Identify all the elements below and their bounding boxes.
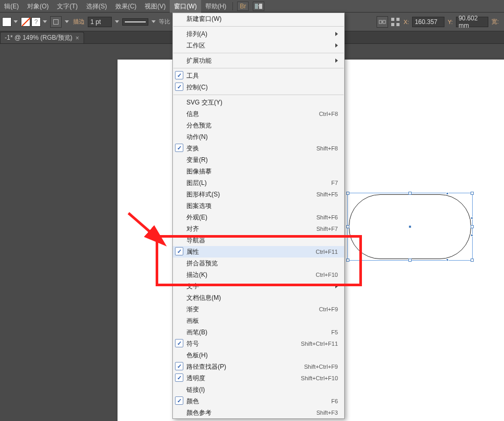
none-swatch[interactable] xyxy=(21,17,30,27)
menu-item-shortcut: F5 xyxy=(331,329,338,335)
chevron-down-icon xyxy=(14,20,18,23)
menu-item[interactable]: 动作(N) xyxy=(173,131,344,143)
menu-item-label: 颜色 xyxy=(186,397,331,406)
menu-edit[interactable]: 辑(E) xyxy=(0,0,23,13)
y-label: Y: xyxy=(447,19,454,25)
menu-item[interactable]: 新建窗口(W) xyxy=(173,13,344,25)
menu-item[interactable]: 颜色参考Shift+F3 xyxy=(173,407,344,418)
selection-handle[interactable] xyxy=(471,192,474,195)
menu-item[interactable]: ✓属性Ctrl+F11 xyxy=(173,246,344,258)
menu-item[interactable]: 图形样式(S)Shift+F5 xyxy=(173,189,344,200)
stroke-width-field[interactable]: 1 pt xyxy=(88,17,112,27)
x-label: X: xyxy=(403,19,410,25)
secondary-dropdown[interactable] xyxy=(42,17,48,27)
menu-item[interactable]: ✓颜色F6 xyxy=(173,395,344,407)
stroke-width-dropdown[interactable] xyxy=(114,17,120,27)
menu-item[interactable]: 扩展功能 xyxy=(173,55,344,66)
menu-item[interactable]: ✓变换Shift+F8 xyxy=(173,143,344,154)
fill-dropdown[interactable] xyxy=(13,17,19,27)
fill-swatch[interactable] xyxy=(2,17,11,27)
menu-item[interactable]: 描边(K)Ctrl+F10 xyxy=(173,269,344,280)
menu-item[interactable]: 文字 xyxy=(173,280,344,292)
menu-item[interactable]: 链接(I) xyxy=(173,384,344,395)
bridge-label: Br xyxy=(240,3,246,10)
menu-item-label: 文档信息(M) xyxy=(186,294,338,302)
menu-item[interactable]: ✓工具 xyxy=(173,70,344,81)
menu-select[interactable]: 选择(S) xyxy=(82,0,111,13)
menu-item[interactable]: 排列(A) xyxy=(173,28,344,40)
center-point xyxy=(409,226,411,228)
bridge-button[interactable]: Br xyxy=(237,2,249,11)
x-value: 160.357 xyxy=(415,18,437,26)
anchor-point[interactable] xyxy=(446,192,449,195)
selection-handle[interactable] xyxy=(346,259,349,262)
menu-item-label: 颜色参考 xyxy=(186,408,317,417)
document-tab[interactable]: -1* @ 149% (RGB/预览) × xyxy=(0,32,84,43)
menu-window[interactable]: 窗口(W) xyxy=(170,0,201,13)
check-icon: ✓ xyxy=(175,396,183,405)
selection-handle[interactable] xyxy=(408,259,412,262)
stroke-style-dropdown[interactable] xyxy=(150,17,157,27)
menu-item[interactable]: 色板(H) xyxy=(173,349,344,361)
menu-view[interactable]: 视图(V) xyxy=(140,0,170,13)
menu-item[interactable]: ✓控制(C) xyxy=(173,81,344,93)
menu-effect[interactable]: 效果(C) xyxy=(111,0,141,13)
menu-item-label: 链接(I) xyxy=(186,385,338,394)
menu-item[interactable]: 画板 xyxy=(173,315,344,326)
menu-item[interactable]: 图层(L)F7 xyxy=(173,177,344,189)
close-tab-button[interactable]: × xyxy=(76,34,79,42)
menu-object[interactable]: 对象(O) xyxy=(23,0,53,13)
workspace-layout-button[interactable] xyxy=(253,2,264,11)
menu-item[interactable]: ✓路径查找器(P)Shift+Ctrl+F9 xyxy=(173,361,344,372)
menu-item[interactable]: 对齐Shift+F7 xyxy=(173,223,344,235)
y-field[interactable]: 90.602 mm xyxy=(456,17,488,27)
menu-item[interactable]: 图案选项 xyxy=(173,200,344,212)
check-icon: ✓ xyxy=(175,362,183,370)
menu-item[interactable]: 导航器 xyxy=(173,235,344,246)
selection-handle[interactable] xyxy=(471,259,474,262)
menu-item[interactable]: ✓透明度Shift+Ctrl+F10 xyxy=(173,372,344,384)
menu-type[interactable]: 文字(T) xyxy=(53,0,81,13)
menu-item[interactable]: 画笔(B)F5 xyxy=(173,326,344,338)
menu-item-label: 图层(L) xyxy=(186,179,331,188)
menu-divider xyxy=(173,53,344,53)
submenu-arrow-icon xyxy=(335,43,338,48)
chevron-down-icon xyxy=(115,20,119,23)
unknown-swatch[interactable]: ? xyxy=(31,17,41,27)
menu-item[interactable]: 外观(E)Shift+F6 xyxy=(173,212,344,223)
x-field[interactable]: 160.357 xyxy=(412,17,444,27)
menu-item[interactable]: 拼合器预览 xyxy=(173,258,344,269)
selection-handle[interactable] xyxy=(471,225,474,228)
menu-item-label: 扩展功能 xyxy=(186,56,335,65)
menu-item[interactable]: 工作区 xyxy=(173,40,344,51)
check-icon: ✓ xyxy=(175,339,183,347)
check-icon: ✓ xyxy=(175,144,183,152)
menu-item[interactable]: ✓符号Shift+Ctrl+F11 xyxy=(173,338,344,349)
anchor-point[interactable] xyxy=(471,234,473,237)
transform-icon-button[interactable] xyxy=(377,16,388,28)
stroke-label: 描边 xyxy=(72,18,86,26)
selection-handle[interactable] xyxy=(408,192,412,195)
stroke-swatch-dropdown[interactable] xyxy=(64,17,70,27)
menu-item[interactable]: 信息Ctrl+F8 xyxy=(173,108,344,120)
stroke-width-value: 1 pt xyxy=(90,18,101,26)
menu-item[interactable]: 渐变Ctrl+F9 xyxy=(173,303,344,315)
selected-shape[interactable] xyxy=(347,193,473,261)
menu-item[interactable]: SVG 交互(Y) xyxy=(173,97,344,108)
menu-item-label: 画板 xyxy=(186,317,338,325)
align-grid-icon[interactable] xyxy=(390,17,401,27)
menu-item-shortcut: Shift+F5 xyxy=(317,191,338,197)
menu-help[interactable]: 帮助(H) xyxy=(201,0,231,13)
menu-item[interactable]: 文档信息(M) xyxy=(173,292,344,303)
selection-handle[interactable] xyxy=(346,192,349,195)
stroke-style-preview[interactable] xyxy=(122,18,148,26)
menu-item[interactable]: 变量(R) xyxy=(173,154,344,166)
anchor-point[interactable] xyxy=(446,259,449,261)
menu-item[interactable]: 图像描摹 xyxy=(173,166,344,177)
menu-item-label: 拼合器预览 xyxy=(186,259,338,268)
selection-handle[interactable] xyxy=(346,225,349,228)
menu-item-shortcut: Ctrl+F10 xyxy=(316,272,338,278)
menu-item[interactable]: 分色预览 xyxy=(173,120,344,131)
anchor-point[interactable] xyxy=(471,217,473,219)
stroke-swatch-button[interactable] xyxy=(50,16,62,28)
